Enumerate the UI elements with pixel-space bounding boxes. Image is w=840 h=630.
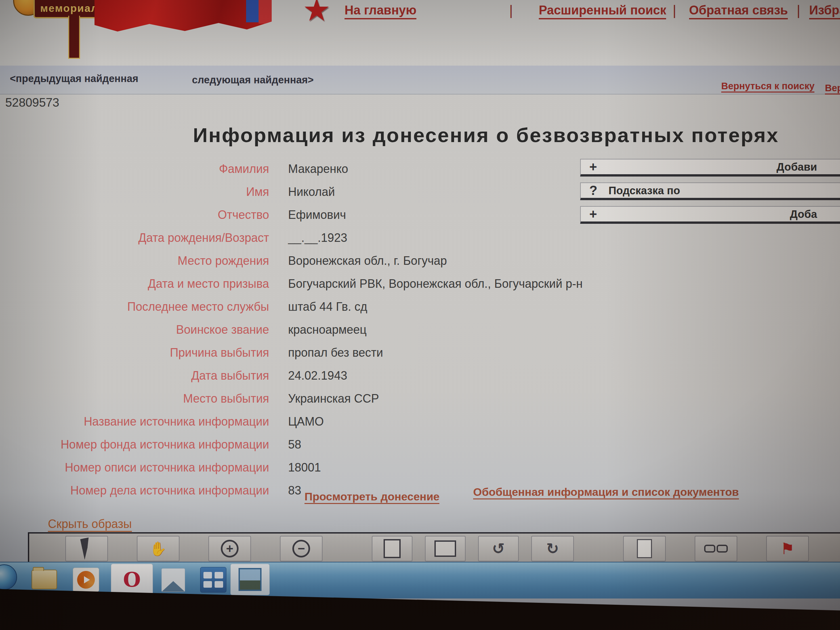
zoom-out-button[interactable]: − — [280, 536, 322, 561]
field-value: ЦАМО — [288, 415, 324, 428]
nav-favorites-link[interactable]: Избран — [809, 3, 840, 19]
table-row: Воинское званиекрасноармеец — [0, 318, 656, 341]
zoom-in-button[interactable]: + — [208, 536, 251, 561]
field-label: Последнее место службы — [0, 300, 288, 314]
field-label: Номер описи источника информации — [0, 461, 288, 474]
media-player-ring — [77, 571, 95, 589]
field-label: Место рождения — [0, 254, 288, 268]
logo-text: мемориал — [40, 2, 98, 17]
plus-icon: + — [589, 207, 597, 221]
opera-browser-button[interactable]: O — [111, 564, 153, 595]
browser-page: мемориал ★ На главную | Расширенный поис… — [0, 0, 840, 630]
site-logo[interactable]: мемориал — [13, 0, 295, 53]
plus-icon: + — [589, 159, 597, 174]
single-page-icon — [384, 539, 401, 558]
nav-separator: | — [673, 3, 676, 18]
select-cursor-button[interactable] — [65, 536, 108, 561]
fit-width-button[interactable] — [425, 536, 466, 561]
add-info-label: Добави — [777, 161, 817, 173]
document-button[interactable] — [623, 536, 666, 561]
table-row: Причина выбытияпропал без вести — [0, 341, 656, 364]
image-viewer-toolbar: ✋ + − ↺ ↻ ⚑ — [28, 532, 840, 565]
field-value: 83 — [288, 484, 301, 497]
summary-documents-link[interactable]: Обобщенная информация и список документо… — [473, 486, 739, 499]
table-row: Дата выбытия24.02.1943 — [0, 364, 656, 387]
red-star-icon: ★ — [303, 0, 331, 28]
photo-of-screen: мемориал ★ На главную | Расширенный поис… — [0, 0, 840, 630]
back-to-search-link[interactable]: Вернуться к поиску — [721, 81, 815, 93]
field-label: Причина выбытия — [0, 346, 288, 360]
add-button[interactable]: + Доба — [580, 206, 840, 224]
hint-button[interactable]: ? Подсказка по — [580, 182, 840, 200]
nav-feedback-link[interactable]: Обратная связь — [689, 3, 788, 19]
logo-tricolor-blue-stripe — [246, 0, 259, 22]
table-row: Последнее место службыштаб 44 Гв. сд — [0, 295, 656, 318]
field-value: __.__.1923 — [288, 231, 347, 245]
flag-report-button[interactable]: ⚑ — [766, 536, 809, 561]
red-flag-icon: ⚑ — [780, 540, 794, 558]
cursor-arrow-icon — [81, 537, 93, 560]
nav-separator: | — [509, 3, 513, 18]
table-row: Дата и место призываБогучарский РВК, Вор… — [0, 272, 656, 295]
media-player-icon[interactable] — [73, 568, 99, 592]
table-row: Номер описи источника информации18001 — [0, 456, 656, 479]
pan-hand-button[interactable]: ✋ — [137, 536, 180, 561]
copy-link-button[interactable] — [695, 536, 737, 561]
logo-tricolor-red-stripe — [259, 0, 272, 24]
field-value: Воронежская обл., г. Богучар — [288, 254, 447, 268]
hint-label: Подсказка по — [608, 185, 680, 197]
table-row: Номер фонда источника информации58 — [0, 433, 656, 456]
windows-taskbar: O — [0, 562, 840, 598]
prev-result-link[interactable]: <предыдущая найденная — [10, 73, 139, 85]
field-value: 24.02.1943 — [288, 369, 347, 382]
field-value: Ефимович — [288, 208, 346, 222]
nav-separator: | — [797, 3, 800, 18]
link-icon — [704, 545, 728, 553]
back-to-results-link-truncated[interactable]: Вер — [825, 83, 840, 95]
field-label: Воинское звание — [0, 323, 288, 337]
control-panel-icon[interactable] — [200, 567, 226, 592]
field-label: Дата и место призыва — [0, 277, 288, 291]
photo-viewer-icon[interactable] — [161, 568, 185, 592]
field-label: Номер дела источника информации — [0, 484, 288, 497]
page-title: Информация из донесения о безвозвратных … — [193, 123, 840, 147]
question-icon: ? — [589, 183, 597, 198]
field-value: Николай — [288, 185, 335, 199]
rotate-right-button[interactable]: ↻ — [531, 536, 574, 561]
field-value: Макаренко — [288, 162, 348, 176]
next-result-link[interactable]: следующая найденная> — [192, 74, 314, 86]
logo-ribbon-tab — [68, 16, 80, 59]
add-info-button[interactable]: + Добави — [580, 159, 840, 177]
rotate-right-icon: ↻ — [546, 540, 559, 557]
field-label: Дата выбытия — [0, 369, 288, 382]
field-value: пропал без вести — [288, 346, 383, 360]
field-label: Имя — [0, 185, 288, 199]
add-label: Доба — [790, 208, 817, 221]
field-label: Номер фонда источника информации — [0, 438, 288, 452]
field-value: 18001 — [288, 461, 321, 474]
table-row: Название источника информацииЦАМО — [0, 410, 656, 433]
field-label: Отчество — [0, 208, 288, 222]
document-icon — [637, 539, 652, 558]
table-row: Место выбытияУкраинская ССР — [0, 387, 656, 410]
field-value: Богучарский РВК, Воронежская обл., Богуч… — [288, 277, 583, 291]
zoom-out-icon: − — [292, 540, 310, 557]
view-report-link[interactable]: Просмотреть донесение — [305, 490, 439, 504]
field-label: Место выбытия — [0, 392, 288, 406]
rotate-left-button[interactable]: ↺ — [478, 536, 519, 561]
image-viewer-app-button[interactable] — [231, 564, 270, 595]
play-triangle-icon — [84, 576, 90, 583]
field-value: красноармеец — [288, 323, 366, 337]
field-label: Дата рождения/Возраст — [0, 231, 288, 245]
field-value: Украинская ССР — [288, 392, 379, 406]
hand-icon: ✋ — [150, 541, 167, 557]
single-page-button[interactable] — [372, 536, 412, 561]
rotate-left-icon: ↺ — [492, 540, 505, 557]
record-fields-table: ФамилияМакаренко ИмяНиколай ОтчествоЕфим… — [0, 158, 656, 502]
nav-home-link[interactable]: На главную — [344, 3, 416, 19]
start-globe-icon[interactable] — [0, 564, 17, 590]
explorer-folder-icon[interactable] — [32, 570, 57, 589]
opera-o-icon: O — [123, 568, 141, 592]
nav-advanced-search-link[interactable]: Расширенный поиск — [539, 3, 666, 19]
hide-images-link[interactable]: Скрыть образы — [48, 517, 132, 532]
